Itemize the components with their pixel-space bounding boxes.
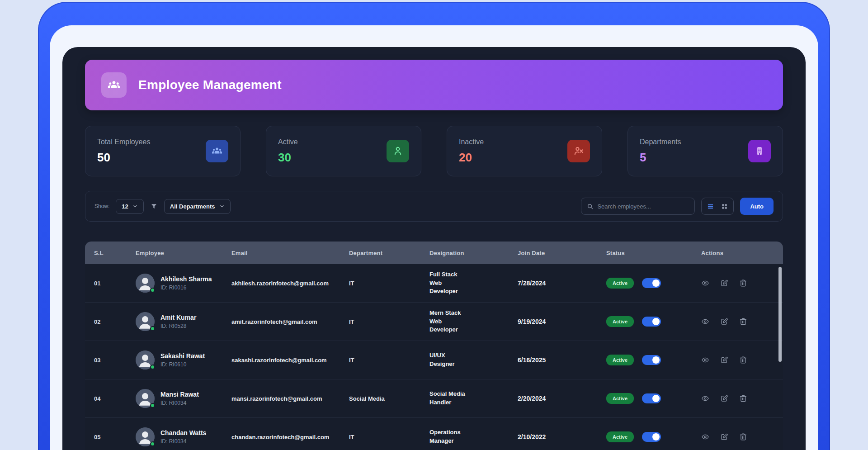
column-header-email: Email: [222, 250, 340, 256]
row-email: mansi.razorinfotech@gmail.com: [222, 395, 340, 402]
actions-cell: [692, 317, 783, 326]
delete-trash-icon[interactable]: [739, 394, 747, 403]
search-input[interactable]: [597, 203, 689, 210]
toggle-knob: [652, 356, 660, 364]
grid-view-icon[interactable]: [721, 203, 728, 210]
row-email: amit.razorinfotech@gmail.com: [222, 318, 340, 325]
delete-trash-icon[interactable]: [739, 356, 747, 364]
row-join-date: 2/20/2024: [509, 395, 597, 402]
status-cell: Active: [597, 278, 692, 289]
employee-id: ID: RI0528: [160, 323, 196, 329]
view-eye-icon[interactable]: [701, 356, 709, 364]
table-row: 05 Chandan Watts ID: RI0034 chandan.razo…: [85, 418, 783, 450]
employee-id: ID: RI0034: [160, 400, 199, 406]
view-mode-toggle: [701, 198, 734, 215]
edit-icon[interactable]: [720, 356, 728, 364]
department-filter-select[interactable]: All Departments: [164, 199, 231, 214]
filter-icon[interactable]: [150, 203, 158, 210]
online-status-dot: [150, 365, 155, 369]
employee-name: Akhilesh Sharma: [160, 275, 212, 283]
row-sl: 04: [85, 395, 127, 402]
employee-name: Amit Kumar: [160, 314, 196, 321]
stat-value: 30: [278, 151, 298, 165]
employee-table: S.L Employee Email Department Designatio…: [85, 242, 783, 450]
employee-id: ID: RI0610: [160, 361, 205, 368]
stat-card: Inactive 20: [447, 126, 602, 176]
row-department: IT: [340, 280, 420, 287]
search-icon: [587, 203, 594, 210]
delete-trash-icon[interactable]: [739, 317, 747, 326]
employee-id: ID: RI0016: [160, 284, 212, 291]
view-eye-icon[interactable]: [701, 279, 709, 287]
actions-cell: [692, 394, 783, 403]
row-email: akhilesh.razorinfotech@gmail.com: [222, 280, 340, 287]
status-cell: Active: [597, 316, 692, 327]
column-header-department: Department: [340, 250, 420, 256]
toggle-knob: [652, 433, 660, 441]
table-row: 02 Amit Kumar ID: RI0528 amit.razorinfot…: [85, 303, 783, 341]
employee-name: Sakashi Rawat: [160, 352, 205, 360]
row-designation: Social Media Handler: [420, 390, 471, 407]
online-status-dot: [150, 403, 155, 408]
employee-id: ID: RI0034: [160, 438, 206, 445]
table-scrollbar[interactable]: [778, 267, 782, 362]
stat-value: 5: [640, 151, 681, 165]
users-group-icon: [206, 140, 228, 162]
delete-trash-icon[interactable]: [739, 433, 747, 441]
stat-label: Departments: [640, 138, 681, 146]
edit-icon[interactable]: [720, 394, 728, 403]
stat-value: 20: [459, 151, 484, 165]
delete-trash-icon[interactable]: [739, 279, 747, 287]
status-toggle[interactable]: [642, 278, 661, 288]
people-group-icon: [101, 72, 127, 98]
row-designation: UI/UX Designer: [420, 351, 471, 369]
row-sl: 05: [85, 434, 127, 441]
row-sl: 02: [85, 318, 127, 325]
avatar: [136, 427, 155, 446]
status-cell: Active: [597, 355, 692, 365]
row-department: IT: [340, 434, 420, 441]
auto-button[interactable]: Auto: [740, 198, 774, 215]
stat-value: 50: [97, 151, 150, 165]
status-toggle[interactable]: [642, 393, 661, 403]
employee-cell: Mansi Rawat ID: RI0034: [127, 389, 222, 408]
row-email: sakashi.razorinfotech@gmail.com: [222, 357, 340, 364]
status-cell: Active: [597, 393, 692, 404]
actions-cell: [692, 279, 783, 287]
view-eye-icon[interactable]: [701, 433, 709, 441]
page-size-select[interactable]: 12: [116, 199, 143, 214]
user-x-icon: [567, 140, 590, 162]
view-eye-icon[interactable]: [701, 394, 709, 403]
toggle-knob: [652, 395, 660, 402]
page-size-value: 12: [122, 203, 128, 210]
chevron-down-icon: [219, 204, 225, 209]
stat-cards-row: Total Employees 50 Active 30: [85, 126, 783, 176]
list-view-icon[interactable]: [707, 203, 714, 210]
status-toggle[interactable]: [642, 355, 661, 365]
row-designation: Operations Manager: [420, 428, 471, 445]
stat-label: Inactive: [459, 138, 484, 146]
toggle-knob: [652, 279, 660, 287]
row-join-date: 2/10/2022: [509, 433, 597, 441]
status-badge: Active: [606, 355, 634, 365]
employee-management-app: Employee Management Total Employees 50 A…: [62, 47, 806, 450]
table-toolbar: Show: 12 All Departments: [85, 191, 783, 222]
stat-label: Total Employees: [97, 138, 150, 146]
stat-label: Active: [278, 138, 298, 146]
stat-card: Active 30: [266, 126, 421, 176]
actions-cell: [692, 433, 783, 441]
status-toggle[interactable]: [642, 317, 661, 327]
row-sl: 01: [85, 280, 127, 287]
online-status-dot: [150, 326, 155, 331]
status-cell: Active: [597, 431, 692, 442]
edit-icon[interactable]: [720, 279, 728, 287]
search-box: [581, 198, 695, 215]
row-join-date: 9/19/2024: [509, 318, 597, 325]
edit-icon[interactable]: [720, 317, 728, 326]
table-row: 01 Akhilesh Sharma ID: RI0016 akhilesh.r…: [85, 264, 783, 303]
edit-icon[interactable]: [720, 433, 728, 441]
view-eye-icon[interactable]: [701, 317, 709, 326]
avatar: [136, 389, 155, 408]
status-toggle[interactable]: [642, 432, 661, 442]
building-icon: [748, 140, 771, 162]
